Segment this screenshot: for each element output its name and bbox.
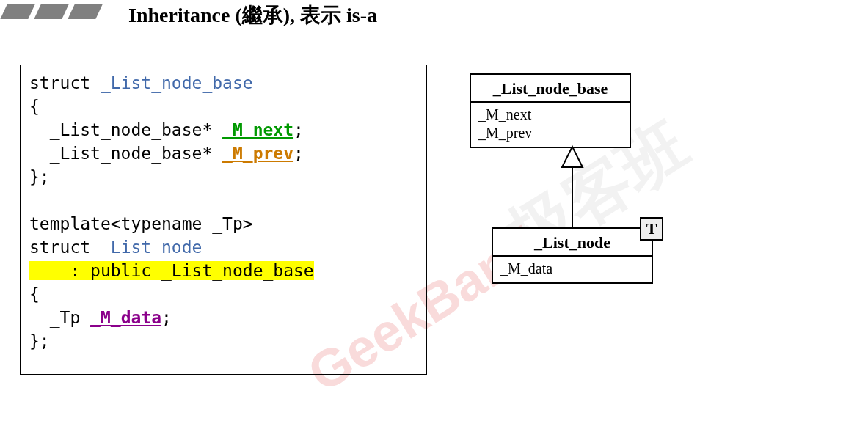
uml-class-base: _List_node_base _M_next _M_prev: [470, 73, 631, 148]
uml-class-derived-title: _List_node: [493, 229, 652, 257]
uml-class-base-title: _List_node_base: [471, 75, 630, 103]
code-token: _List_node: [101, 238, 202, 257]
uml-member: _M_data: [500, 260, 644, 278]
code-block: struct _List_node_base { _List_node_base…: [20, 65, 427, 375]
uml-class-derived: _List_node _M_data: [492, 227, 653, 284]
heading-slash-decor: [4, 4, 105, 25]
code-token: _M_next: [222, 120, 293, 139]
code-token: struct: [29, 73, 101, 92]
code-token: struct: [29, 238, 101, 257]
uml-template-param: T: [640, 217, 663, 241]
slide-title: Inheritance (繼承), 表示 is-a: [128, 1, 377, 29]
code-token: _Tp: [29, 308, 90, 327]
uml-class-derived-body: _M_data: [493, 257, 652, 282]
code-token: template<typename _Tp>: [29, 214, 253, 233]
slide-heading-row: Inheritance (繼承), 表示 is-a: [0, 4, 868, 41]
code-token: _List_node_base*: [29, 120, 222, 139]
uml-member: _M_next: [478, 106, 622, 124]
uml-diagram: _List_node_base _M_next _M_prev _List_no…: [470, 73, 660, 315]
code-token: _List_node_base: [101, 73, 253, 92]
highlighted-line: : public _List_node_base: [29, 261, 314, 280]
code-token: _M_data: [90, 308, 161, 327]
code-token: _List_node_base*: [29, 144, 222, 163]
uml-member: _M_prev: [478, 124, 622, 142]
uml-class-base-body: _M_next _M_prev: [471, 103, 630, 147]
code-token: _M_prev: [222, 144, 293, 163]
svg-marker-1: [562, 147, 583, 167]
